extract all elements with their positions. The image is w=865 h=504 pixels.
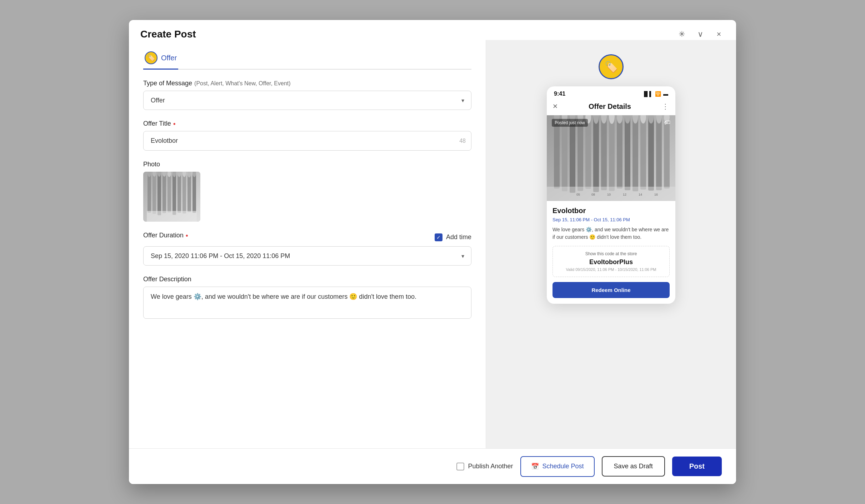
type-of-message-select-wrapper: Offer Post Alert What's New Event ▾	[143, 91, 471, 110]
schedule-post-button[interactable]: 📅 Schedule Post	[520, 456, 595, 477]
svg-rect-14	[178, 173, 181, 213]
phone-offer-dates: Sep 15, 11:06 PM - Oct 15, 11:06 PM	[552, 217, 670, 222]
signal-icon: ▐▌▌	[642, 91, 653, 97]
svg-rect-27	[562, 116, 568, 191]
offer-duration-group: Offer Duration • ✓ Add time Sep 15, 20	[143, 232, 471, 266]
publish-another-text: Publish Another	[468, 463, 513, 470]
required-indicator: •	[173, 120, 176, 127]
preview-panel: 🏷️ 9:41 ▐▌▌ 🛜 ▬ ✕	[486, 40, 736, 484]
svg-rect-41	[617, 118, 622, 188]
offer-description-group: Offer Description We love gears ⚙️, and …	[143, 276, 471, 320]
svg-rect-47	[640, 117, 646, 190]
svg-text:10: 10	[607, 193, 611, 196]
svg-text:08: 08	[591, 193, 595, 196]
svg-rect-6	[158, 172, 161, 215]
bottom-bar: Publish Another 📅 Schedule Post Save as …	[129, 448, 736, 484]
svg-rect-10	[168, 174, 171, 212]
svg-rect-53	[664, 118, 670, 188]
svg-rect-35	[593, 116, 599, 192]
offer-description-label: Offer Description	[143, 276, 471, 283]
duration-header-row: Offer Duration • ✓ Add time	[143, 232, 471, 243]
photo-preview	[143, 172, 200, 222]
add-time-label: Add time	[446, 233, 471, 241]
offer-title-group: Offer Title • 48	[143, 120, 471, 151]
add-time-checkbox-label[interactable]: ✓ Add time	[435, 233, 471, 241]
wifi-icon: 🛜	[655, 91, 661, 97]
tab-offer[interactable]: 🏷️ Offer	[143, 47, 178, 70]
svg-rect-39	[609, 117, 615, 191]
svg-rect-16	[182, 173, 186, 213]
status-icons: ▐▌▌ 🛜 ▬	[642, 91, 668, 97]
svg-rect-12	[172, 173, 176, 215]
type-of-message-select[interactable]: Offer Post Alert What's New Event	[143, 91, 471, 110]
create-post-modal: Create Post ✳ ∨ × 🏷️ Offer	[129, 20, 736, 484]
type-of-message-group: Type of Message (Post, Alert, What's New…	[143, 80, 471, 110]
offer-title-input[interactable]	[143, 131, 471, 151]
svg-rect-31	[578, 117, 583, 191]
modal-overlay: Create Post ✳ ∨ × 🏷️ Offer	[0, 0, 865, 504]
phone-redeem-button[interactable]: Redeem Online	[552, 282, 670, 298]
battery-icon: ▬	[663, 91, 668, 97]
svg-rect-8	[162, 173, 166, 213]
type-of-message-label: Type of Message (Post, Alert, What's New…	[143, 80, 471, 87]
modal-header: Create Post ✳ ∨ ×	[129, 20, 736, 40]
svg-rect-2	[148, 173, 151, 213]
form-panel: 🏷️ Offer Type of Message (Post, Alert, W…	[129, 40, 486, 484]
post-button[interactable]: Post	[672, 457, 722, 476]
add-time-checkbox[interactable]: ✓	[435, 233, 442, 241]
offer-duration-label: Offer Duration •	[143, 232, 188, 239]
publish-another-checkbox[interactable]	[456, 463, 464, 470]
modal-title: Create Post	[140, 29, 196, 40]
phone-offer-title: Evolotbor	[552, 207, 670, 215]
photo-label: Photo	[143, 161, 471, 168]
phone-offer-description: We love gears ⚙️, and we wouldn't be whe…	[552, 226, 670, 241]
svg-text:16: 16	[654, 193, 658, 196]
duration-required: •	[186, 232, 188, 239]
preview-avatar: 🏷️	[599, 54, 624, 79]
close-icon[interactable]: ×	[713, 29, 725, 40]
offer-title-input-wrapper: 48	[143, 131, 471, 151]
pin-icon[interactable]: ✳	[676, 29, 688, 40]
phone-content: Evolotbor Sep 15, 11:06 PM - Oct 15, 11:…	[547, 201, 675, 304]
phone-header-title: Offer Details	[589, 102, 631, 111]
svg-rect-20	[192, 173, 196, 213]
phone-close-icon: ✕	[552, 102, 558, 110]
phone-mockup: 9:41 ▐▌▌ 🛜 ▬ ✕ Offer Details ⋮	[547, 86, 675, 304]
calendar-icon: 📅	[531, 463, 539, 470]
offer-tab-icon: 🏷️	[145, 51, 158, 64]
offer-title-counter: 48	[459, 138, 466, 144]
check-icon: ✓	[436, 235, 441, 240]
tabs-container: 🏷️ Offer	[143, 47, 471, 70]
svg-rect-29	[570, 116, 575, 193]
svg-rect-22	[147, 211, 197, 222]
tag-icon: 🏷	[664, 119, 670, 126]
phone-more-icon: ⋮	[662, 102, 670, 111]
phone-time: 9:41	[554, 91, 565, 97]
svg-rect-49	[648, 117, 654, 191]
phone-code-value: EvoltoborPlus	[558, 258, 664, 266]
svg-text:14: 14	[639, 193, 642, 196]
phone-code-box: Show this code at the store EvoltoborPlu…	[552, 246, 670, 277]
svg-rect-33	[585, 117, 591, 189]
publish-another-label[interactable]: Publish Another	[456, 463, 513, 470]
save-draft-button[interactable]: Save as Draft	[602, 456, 665, 477]
phone-status-bar: 9:41 ▐▌▌ 🛜 ▬	[547, 86, 675, 99]
duration-select-wrapper: Sep 15, 2020 11:06 PM - Oct 15, 2020 11:…	[143, 246, 471, 266]
photo-upload-box[interactable]	[143, 172, 200, 222]
duration-select[interactable]: Sep 15, 2020 11:06 PM - Oct 15, 2020 11:…	[143, 246, 471, 266]
offer-title-label: Offer Title •	[143, 120, 471, 127]
svg-rect-43	[625, 117, 630, 190]
svg-rect-37	[601, 117, 607, 190]
svg-text:05: 05	[576, 193, 580, 196]
svg-rect-51	[656, 117, 662, 190]
phone-offer-header: ✕ Offer Details ⋮	[547, 99, 675, 115]
phone-image-area: Posted just now 🏷	[547, 115, 675, 201]
svg-text:12: 12	[623, 193, 626, 196]
photo-group: Photo	[143, 161, 471, 222]
offer-description-textarea[interactable]: We love gears ⚙️, and we wouldn't be whe…	[143, 287, 471, 319]
modal-body: 🏷️ Offer Type of Message (Post, Alert, W…	[129, 40, 736, 484]
phone-code-label: Show this code at the store	[558, 251, 664, 256]
svg-rect-18	[188, 174, 191, 212]
svg-rect-25	[554, 117, 560, 188]
chevron-down-icon[interactable]: ∨	[695, 29, 706, 40]
